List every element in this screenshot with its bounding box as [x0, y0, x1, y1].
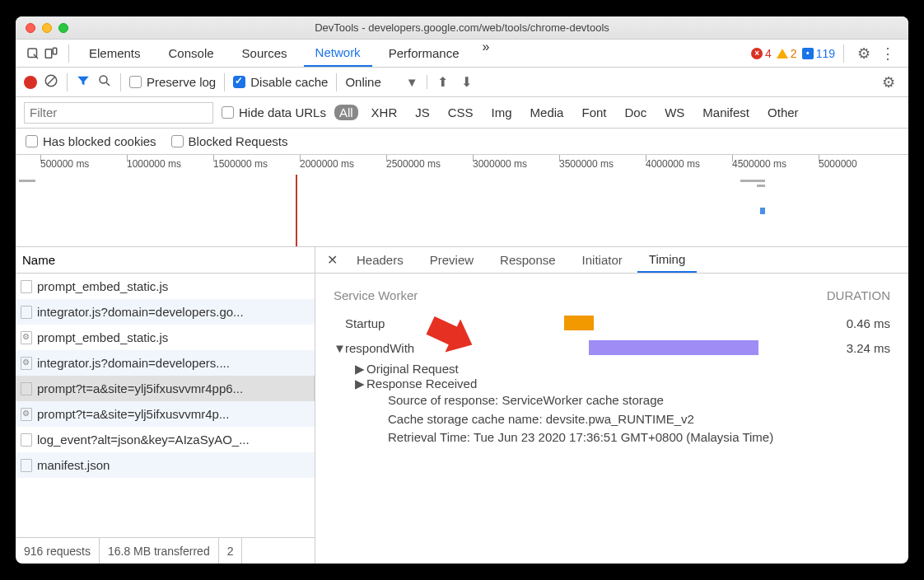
- request-list-header[interactable]: Name: [16, 247, 315, 274]
- device-toggle-icon[interactable]: [42, 44, 60, 63]
- detail-panel: ✕ Headers Preview Response Initiator Tim…: [315, 247, 908, 564]
- type-all[interactable]: All: [334, 105, 358, 120]
- main-tabbar: Elements Console Sources Network Perform…: [16, 40, 908, 68]
- window-title: DevTools - developers.google.com/web/too…: [16, 21, 908, 34]
- type-media[interactable]: Media: [525, 105, 569, 120]
- preserve-log-checkbox[interactable]: Preserve log: [129, 75, 216, 89]
- timing-section-title: Service Worker: [334, 288, 418, 302]
- respondwith-bar: [589, 340, 758, 355]
- timeline-cursor: [296, 175, 297, 247]
- request-row[interactable]: integrator.js?domain=developers.go...: [16, 299, 315, 325]
- filter-icon[interactable]: [76, 73, 91, 91]
- request-name: log_event?alt=json&key=AIzaSyAO_...: [37, 433, 250, 447]
- request-row[interactable]: prompt?t=a&site=ylj5ifxusvvmr4p...: [16, 401, 315, 427]
- inspect-icon[interactable]: [24, 44, 42, 63]
- request-list: prompt_embed_static.jsintegrator.js?doma…: [16, 274, 315, 537]
- tab-timing[interactable]: Timing: [637, 247, 697, 273]
- type-js[interactable]: JS: [410, 105, 435, 120]
- request-row[interactable]: prompt_embed_static.js: [16, 274, 315, 299]
- request-name: integrator.js?domain=developers....: [37, 356, 230, 370]
- blocked-requests-checkbox[interactable]: Blocked Requests: [171, 134, 288, 148]
- search-icon[interactable]: [97, 73, 112, 91]
- file-icon: [21, 382, 32, 395]
- gear-file-icon: [21, 331, 32, 344]
- network-settings-icon[interactable]: ⚙: [877, 73, 900, 91]
- disable-cache-checkbox[interactable]: Disable cache: [233, 75, 328, 89]
- request-name: prompt?t=a&site=ylj5ifxusvvmr4p...: [37, 407, 229, 421]
- tabs-overflow[interactable]: »: [476, 40, 497, 67]
- clear-button[interactable]: [44, 73, 58, 91]
- error-icon[interactable]: ×4: [751, 47, 772, 60]
- svg-rect-1: [45, 49, 52, 58]
- tab-response[interactable]: Response: [488, 247, 567, 273]
- type-img[interactable]: Img: [487, 105, 517, 120]
- response-received-label: Response Received: [366, 377, 477, 391]
- svg-rect-2: [53, 48, 57, 54]
- respondwith-label: respondWith: [345, 341, 414, 355]
- close-icon[interactable]: ✕: [322, 247, 342, 273]
- titlebar: DevTools - developers.google.com/web/too…: [16, 16, 908, 40]
- tab-network[interactable]: Network: [304, 40, 372, 67]
- filter-checks: Has blocked cookies Blocked Requests: [16, 129, 908, 155]
- tab-initiator[interactable]: Initiator: [571, 247, 634, 273]
- tab-preview[interactable]: Preview: [418, 247, 485, 273]
- tab-elements[interactable]: Elements: [77, 40, 152, 67]
- file-icon: [21, 459, 32, 472]
- type-css[interactable]: CSS: [443, 105, 478, 120]
- startup-label: Startup: [334, 316, 506, 330]
- gear-file-icon: [21, 357, 32, 370]
- devtools-window: DevTools - developers.google.com/web/too…: [16, 16, 908, 564]
- request-row[interactable]: prompt?t=a&site=ylj5ifxusvvmr4pp6...: [16, 376, 315, 401]
- expander-original-request[interactable]: ▶: [355, 362, 366, 377]
- retrieval-time: Retrieval Time: Tue Jun 23 2020 17:36:51…: [388, 428, 890, 447]
- type-ws[interactable]: WS: [660, 105, 689, 120]
- request-name: prompt_embed_static.js: [37, 330, 168, 344]
- type-other[interactable]: Other: [763, 105, 804, 120]
- type-manifest[interactable]: Manifest: [698, 105, 754, 120]
- request-row[interactable]: prompt_embed_static.js: [16, 325, 315, 350]
- file-icon: [21, 280, 32, 293]
- record-button[interactable]: [24, 76, 37, 89]
- request-row[interactable]: manifest.json: [16, 452, 315, 478]
- file-icon: [21, 306, 32, 319]
- console-status[interactable]: ×4 2 •119: [751, 47, 835, 60]
- tab-sources[interactable]: Sources: [231, 40, 299, 67]
- expander-respondwith[interactable]: ▼: [334, 341, 345, 355]
- upload-icon[interactable]: ⬆: [434, 74, 451, 90]
- download-icon[interactable]: ⬇: [458, 74, 475, 90]
- tab-console[interactable]: Console: [157, 40, 226, 67]
- request-name: prompt?t=a&site=ylj5ifxusvvmr4pp6...: [37, 381, 243, 395]
- tab-headers[interactable]: Headers: [345, 247, 415, 273]
- main-split: Name prompt_embed_static.jsintegrator.js…: [16, 247, 908, 564]
- tab-performance[interactable]: Performance: [377, 40, 471, 67]
- has-blocked-cookies-checkbox[interactable]: Has blocked cookies: [26, 134, 156, 148]
- type-doc[interactable]: Doc: [619, 105, 651, 120]
- filter-input[interactable]: [24, 102, 213, 124]
- hide-data-urls-checkbox[interactable]: Hide data URLs: [222, 105, 326, 119]
- panel-tabs: Elements Console Sources Network Perform…: [77, 40, 496, 67]
- request-row[interactable]: integrator.js?domain=developers....: [16, 350, 315, 376]
- timing-section: Service Worker DURATION Startup 0.46 ms …: [315, 274, 908, 564]
- expander-response-received[interactable]: ▶: [355, 377, 366, 391]
- chevron-down-icon: ▼: [406, 75, 418, 89]
- type-xhr[interactable]: XHR: [366, 105, 403, 120]
- request-name: integrator.js?domain=developers.go...: [37, 305, 244, 319]
- throttle-select[interactable]: Online ▼: [345, 75, 427, 89]
- summary-requests: 916 requests: [16, 538, 100, 564]
- info-icon[interactable]: •119: [802, 47, 835, 60]
- overview-timeline[interactable]: 500000 ms 1000000 ms 1500000 ms 2000000 …: [16, 155, 908, 247]
- summary-transferred: 16.8 MB transferred: [100, 538, 219, 564]
- settings-icon[interactable]: ⚙: [852, 44, 875, 63]
- filter-bar: Hide data URLs All XHR JS CSS Img Media …: [16, 97, 908, 129]
- type-font[interactable]: Font: [576, 105, 611, 120]
- duration-header: DURATION: [827, 288, 890, 302]
- summary-bar: 916 requests 16.8 MB transferred 2: [16, 537, 315, 564]
- file-icon: [21, 433, 32, 447]
- more-icon[interactable]: ⋮: [875, 44, 900, 63]
- warning-icon[interactable]: 2: [777, 47, 797, 60]
- startup-bar: [564, 316, 594, 330]
- request-name: manifest.json: [37, 458, 110, 472]
- request-row[interactable]: log_event?alt=json&key=AIzaSyAO_...: [16, 427, 315, 452]
- source-of-response: Source of response: ServiceWorker cache …: [388, 391, 890, 410]
- network-toolbar: Preserve log Disable cache Online ▼ ⬆ ⬇ …: [16, 68, 908, 97]
